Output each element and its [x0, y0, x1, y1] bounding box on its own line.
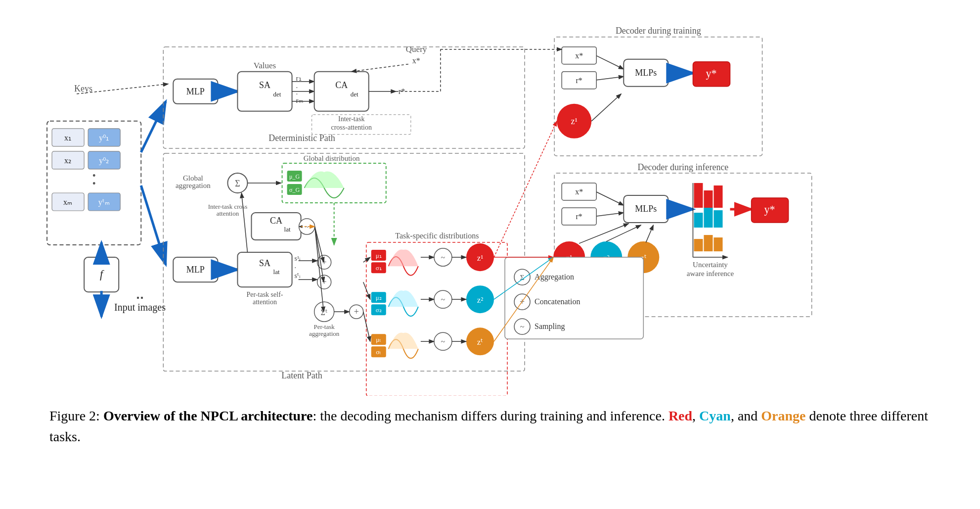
svg-line-208: [494, 121, 557, 257]
caption-orange: Orange: [761, 408, 805, 423]
svg-text:Keys: Keys: [74, 84, 92, 93]
svg-text:y⁰₁: y⁰₁: [99, 134, 109, 142]
svg-rect-91: [704, 235, 713, 251]
svg-text:zᵗ: zᵗ: [477, 337, 484, 347]
svg-line-169: [363, 312, 370, 341]
svg-text:μ_G: μ_G: [289, 173, 300, 180]
svg-text:·: ·: [295, 264, 297, 272]
svg-text:SA: SA: [259, 258, 270, 268]
main-container: Input images: [0, 0, 980, 509]
svg-rect-87: [694, 213, 703, 228]
svg-rect-44: [314, 72, 369, 111]
svg-text:cross-attention: cross-attention: [331, 124, 371, 131]
svg-text:Decoder during training: Decoder during training: [616, 26, 701, 36]
svg-text:lat: lat: [284, 226, 291, 233]
svg-text:~: ~: [520, 323, 525, 331]
svg-text:r*: r*: [576, 76, 582, 85]
svg-text:CA: CA: [335, 80, 348, 90]
svg-rect-89: [713, 210, 722, 228]
svg-text:~: ~: [305, 224, 309, 231]
svg-text:σ₁: σ₁: [376, 264, 382, 272]
svg-text:r₁: r₁: [296, 74, 302, 82]
svg-text:Latent Path: Latent Path: [281, 370, 322, 380]
svg-line-106: [579, 224, 628, 243]
svg-text:Per-task self-: Per-task self-: [247, 291, 283, 298]
svg-text:aggregation: aggregation: [309, 330, 340, 337]
svg-text:r*: r*: [576, 212, 582, 221]
dog-image: [141, 297, 143, 299]
svg-text:MLP: MLP: [186, 265, 205, 275]
svg-text:~: ~: [441, 295, 445, 304]
svg-rect-90: [694, 239, 703, 251]
svg-text:z¹: z¹: [477, 253, 484, 263]
svg-text:yᵗₘ: yᵗₘ: [98, 198, 110, 207]
svg-text:Per-task: Per-task: [313, 323, 335, 330]
svg-text:μ₂: μ₂: [376, 294, 382, 301]
svg-rect-92: [713, 237, 722, 251]
svg-text:SA: SA: [259, 80, 270, 90]
svg-text:z²: z²: [477, 295, 484, 305]
input-images-label: Input images: [114, 302, 166, 313]
svg-text:y⁰₂: y⁰₂: [99, 156, 109, 165]
svg-line-168: [363, 282, 370, 299]
svg-rect-114: [237, 252, 292, 287]
svg-text:~: ~: [441, 337, 445, 346]
svg-text:aggregation: aggregation: [176, 182, 211, 189]
svg-text:MLPs: MLPs: [635, 204, 657, 214]
svg-text:z¹: z¹: [571, 116, 577, 126]
image-pair: [137, 297, 143, 299]
svg-text:aware inference: aware inference: [687, 270, 734, 278]
svg-text:Query: Query: [406, 45, 427, 54]
svg-text:Task-specific distributions: Task-specific distributions: [395, 231, 479, 240]
svg-line-51: [352, 64, 408, 72]
svg-text:det: det: [351, 91, 358, 98]
svg-text:attention: attention: [253, 298, 277, 306]
svg-line-22: [141, 101, 166, 152]
svg-line-79: [596, 192, 624, 205]
svg-line-64: [596, 77, 624, 80]
cat-image: [137, 297, 139, 299]
svg-text:+: +: [322, 257, 327, 267]
svg-text:x*: x*: [575, 187, 583, 196]
svg-text:+: +: [354, 307, 359, 317]
svg-text:x*: x*: [575, 51, 583, 60]
svg-text:μₜ: μₜ: [376, 336, 381, 343]
svg-text:lat: lat: [273, 268, 280, 276]
svg-text:y*: y*: [764, 203, 775, 216]
svg-text:σ₂: σ₂: [376, 306, 382, 314]
svg-text:x₂: x₂: [64, 156, 71, 165]
svg-text:y*: y*: [706, 67, 716, 80]
svg-rect-84: [694, 183, 703, 208]
svg-line-167: [363, 257, 370, 262]
svg-line-192: [315, 227, 324, 282]
svg-text:Inter-task cross: Inter-task cross: [208, 203, 248, 210]
svg-line-107: [606, 225, 641, 241]
caption-comma1: ,: [692, 408, 699, 423]
diagram-area: Input images: [20, 10, 960, 396]
svg-text:Σᵗ: Σᵗ: [320, 308, 327, 317]
svg-text:CA: CA: [270, 216, 282, 226]
svg-text:μ₁: μ₁: [376, 252, 382, 259]
svg-text:x₁: x₁: [64, 134, 71, 142]
svg-rect-88: [704, 208, 713, 228]
svg-text:Decoder during inference: Decoder during inference: [637, 162, 728, 172]
svg-line-108: [646, 225, 653, 242]
svg-text:Sampling: Sampling: [535, 322, 565, 331]
svg-text:~: ~: [441, 253, 445, 262]
svg-text:Values: Values: [254, 61, 276, 70]
svg-line-23: [141, 185, 166, 265]
svg-text:Global distribution: Global distribution: [304, 154, 360, 162]
svg-text:Σ: Σ: [235, 179, 240, 188]
caption-cyan: Cyan: [699, 408, 731, 423]
caption: Figure 2: Overview of the NPCL architect…: [20, 401, 960, 452]
caption-comma2: , and: [731, 408, 761, 423]
svg-rect-33: [237, 72, 292, 111]
svg-text:MLP: MLP: [186, 87, 205, 96]
caption-colon: : the decoding mechanism differs during …: [312, 408, 668, 423]
svg-text:σ_G: σ_G: [289, 186, 300, 193]
svg-text:•: •: [92, 178, 96, 189]
svg-text:x*: x*: [412, 56, 420, 65]
svg-text:sᵗᵢ: sᵗᵢ: [295, 272, 301, 279]
svg-text:MLPs: MLPs: [635, 68, 657, 78]
svg-line-80: [596, 213, 624, 216]
